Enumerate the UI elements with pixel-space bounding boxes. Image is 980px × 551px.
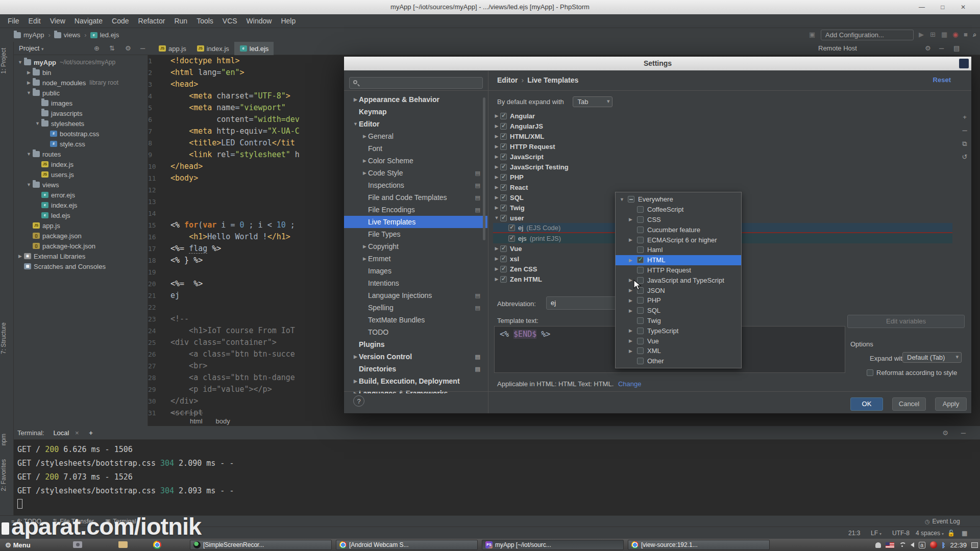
checkbox[interactable] xyxy=(500,245,507,252)
duplicate-icon[interactable]: ⧉ xyxy=(960,137,969,151)
checkbox[interactable] xyxy=(637,246,644,253)
volume-icon[interactable] xyxy=(911,542,914,547)
checkbox[interactable] xyxy=(637,257,644,263)
recording-icon[interactable] xyxy=(930,541,937,548)
reformat-checkbox[interactable] xyxy=(867,369,873,376)
menu-file[interactable]: File xyxy=(3,14,24,28)
tool-stripe-favorites[interactable]: 2: Favorites xyxy=(0,459,14,491)
checkbox[interactable] xyxy=(637,206,644,213)
checkbox[interactable] xyxy=(500,184,507,191)
tree-item-led-ejs[interactable]: eled.ejs xyxy=(14,210,148,220)
checkbox[interactable] xyxy=(637,297,644,304)
tree-item-javascripts[interactable]: javascripts xyxy=(14,108,148,118)
checkbox[interactable] xyxy=(500,215,507,221)
tree-item-index-js[interactable]: JSindex.js xyxy=(14,159,148,169)
settings-nav-intentions[interactable]: Intentions xyxy=(344,277,487,289)
taskbar-window-1[interactable]: [SimpleScreenRecor... xyxy=(190,540,332,550)
cancel-button[interactable]: Cancel xyxy=(892,397,926,411)
template-group-html-xml[interactable]: ▶HTML/XML xyxy=(493,131,952,141)
context-item-css[interactable]: ▶CSS xyxy=(616,215,741,225)
menu-vcs[interactable]: VCS xyxy=(218,14,242,28)
checkbox[interactable] xyxy=(500,164,507,170)
reset-link[interactable]: Reset xyxy=(933,76,951,84)
tree-item-views[interactable]: ▼views xyxy=(14,180,148,190)
taskbar-window-4[interactable]: [view-source:192.1... xyxy=(628,540,770,550)
settings-nav-color-scheme[interactable]: ▶Color Scheme xyxy=(344,155,487,167)
tree-item-myapp[interactable]: ▼myApp~/iot/sources/myApp xyxy=(14,57,148,67)
tree-item-external-libraries[interactable]: ▶≣External Libraries xyxy=(14,251,148,261)
settings-nav-textmate-bundles[interactable]: TextMate Bundles xyxy=(344,314,487,326)
context-item-php[interactable]: ▶PHP xyxy=(616,295,741,306)
context-item-xml[interactable]: ▶XML xyxy=(616,346,741,356)
checkbox[interactable] xyxy=(500,276,507,283)
hide-panel-icon[interactable]: ─ xyxy=(140,42,145,55)
checkbox[interactable] xyxy=(637,216,644,223)
add-icon[interactable]: + xyxy=(960,111,969,124)
context-item-everywhere[interactable]: ▼Everywhere xyxy=(616,194,741,205)
settings-nav-spelling[interactable]: Spelling▤ xyxy=(344,302,487,314)
menu-window[interactable]: Window xyxy=(242,14,277,28)
menu-code[interactable]: Code xyxy=(107,14,133,28)
terminal-hide-icon[interactable]: ─ xyxy=(961,426,966,440)
context-item-twig[interactable]: Twig xyxy=(616,316,741,326)
tree-item-error-ejs[interactable]: eerror.ejs xyxy=(14,190,148,200)
template-group-react[interactable]: ▶React xyxy=(493,182,952,192)
tree-item-users-js[interactable]: JSusers.js xyxy=(14,169,148,180)
checkbox[interactable] xyxy=(500,143,507,150)
checkbox[interactable] xyxy=(637,307,644,314)
tree-item-images[interactable]: images xyxy=(14,98,148,108)
tree-item-bootstrap-css[interactable]: #bootstrap.css xyxy=(14,129,148,139)
checkbox[interactable] xyxy=(500,266,507,272)
checkbox[interactable] xyxy=(637,328,644,334)
search-everywhere-icon[interactable]: ⌕ xyxy=(973,31,976,39)
change-context-link[interactable]: Change xyxy=(618,380,642,388)
remove-icon[interactable]: ─ xyxy=(960,124,969,137)
chrome-launcher-icon[interactable] xyxy=(153,541,161,551)
checkbox[interactable] xyxy=(637,237,644,243)
menu-tools[interactable]: Tools xyxy=(192,14,218,28)
context-item-vue[interactable]: ▶Vue xyxy=(616,336,741,346)
terminal-settings-icon[interactable]: ⚙ xyxy=(942,426,948,440)
settings-nav-live-templates[interactable]: Live Templates xyxy=(344,216,487,228)
input-method-icon[interactable]: a xyxy=(919,542,925,548)
checkbox[interactable] xyxy=(637,338,644,344)
locate-icon[interactable]: ⊕ xyxy=(94,42,100,55)
template-group-javascript-testing[interactable]: ▶JavaScript Testing xyxy=(493,162,952,172)
tree-item-routes[interactable]: ▼routes xyxy=(14,149,148,159)
editor-tab-led-ejs[interactable]: eled.ejs xyxy=(234,42,274,55)
settings-nav-font[interactable]: Font xyxy=(344,142,487,155)
menu-help[interactable]: Help xyxy=(276,14,300,28)
tree-item-index-ejs[interactable]: eindex.ejs xyxy=(14,200,148,210)
menu-run[interactable]: Run xyxy=(169,14,192,28)
tool-stripe-structure[interactable]: 7: Structure xyxy=(0,322,14,354)
reformat-option[interactable]: Reformat according to style xyxy=(867,369,957,377)
checkbox[interactable] xyxy=(500,133,507,140)
event-log-button[interactable]: ◷ Event Log xyxy=(925,516,960,527)
context-item-coffeescript[interactable]: CoffeeScript xyxy=(616,205,741,215)
user-tray-icon[interactable] xyxy=(875,542,881,548)
taskbar-menu-button[interactable]: ⚙ Menu xyxy=(2,540,34,550)
settings-nav-directories[interactable]: Directories▤ xyxy=(344,363,487,375)
tree-item-stylesheets[interactable]: ▼stylesheets xyxy=(14,118,148,129)
bluetooth-icon[interactable]: ᛒ xyxy=(942,541,946,549)
menu-view[interactable]: View xyxy=(45,14,70,28)
tree-item-bin[interactable]: ▶bin xyxy=(14,67,148,78)
tree-item-scratches-and-consoles[interactable]: ▤Scratches and Consoles xyxy=(14,261,148,271)
settings-nav-copyright[interactable]: ▶Copyright xyxy=(344,240,487,253)
checkbox[interactable] xyxy=(637,227,644,233)
tray-clock[interactable]: 22:39 xyxy=(950,541,967,549)
settings-search-input[interactable] xyxy=(349,77,483,89)
settings-nav-file-encodings[interactable]: File Encodings▤ xyxy=(344,204,487,216)
edit-variables-button[interactable]: Edit variables xyxy=(847,315,965,328)
template-group-angular[interactable]: ▶Angular xyxy=(493,111,952,121)
tool-stripe-project[interactable]: 1: Project xyxy=(0,48,14,74)
settings-nav-languages-frameworks[interactable]: ▶Languages & Frameworks xyxy=(344,387,487,393)
terminal-tab-local[interactable]: Local xyxy=(53,429,69,437)
checkbox[interactable] xyxy=(637,347,644,354)
tree-item-public[interactable]: ▼public xyxy=(14,88,148,98)
checkbox[interactable] xyxy=(628,196,634,203)
collapse-all-icon[interactable]: ⇅ xyxy=(109,42,115,55)
settings-nav-emmet[interactable]: ▶Emmet xyxy=(344,253,487,265)
tree-item-node-modules[interactable]: ▶node_moduleslibrary root xyxy=(14,78,148,88)
context-item-ecmascript-6-or-higher[interactable]: ▶ECMAScript 6 or higher xyxy=(616,235,741,245)
